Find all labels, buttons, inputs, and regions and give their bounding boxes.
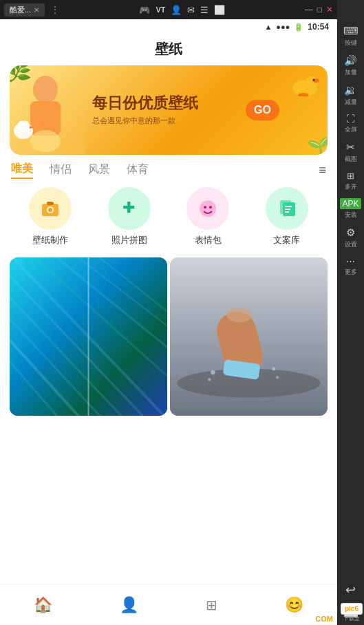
svg-rect-23 bbox=[285, 211, 289, 213]
svg-point-43 bbox=[272, 367, 275, 370]
banner-subtitle: 总会遇见你中意的那一款 bbox=[92, 116, 198, 126]
collage-icon: ✚ bbox=[118, 198, 140, 220]
photo-collage-label: 照片拼图 bbox=[111, 234, 147, 246]
quick-volume-up[interactable]: 🔊 加量 bbox=[339, 52, 363, 80]
fullscreen-icon: ⛶ bbox=[346, 114, 355, 124]
watermark-main: pic6 bbox=[345, 605, 358, 613]
tab-情侣[interactable]: 情侣 bbox=[50, 162, 72, 178]
more-tabs-icon[interactable]: ⋮ bbox=[50, 4, 60, 15]
tab-唯美[interactable]: 唯美 bbox=[11, 162, 33, 179]
svg-point-44 bbox=[276, 376, 279, 379]
quick-keyboard[interactable]: ⌨ 按键 bbox=[339, 22, 363, 50]
os-bar-icons: 🎮 VT 👤 ✉ ☰ ⬜ bbox=[139, 5, 225, 15]
tool-emoji-pack[interactable]: 表情包 bbox=[186, 187, 229, 246]
vt-icon[interactable]: VT bbox=[156, 6, 165, 14]
tab-close-icon[interactable]: ✕ bbox=[34, 6, 39, 14]
keyboard-label: 按键 bbox=[345, 39, 357, 47]
more-label: 更多 bbox=[345, 268, 357, 277]
volume-up-label: 加量 bbox=[345, 68, 357, 77]
svg-point-14 bbox=[48, 208, 52, 212]
volume-down-label: 减量 bbox=[345, 98, 357, 107]
tool-photo-collage[interactable]: ✚ 照片拼图 bbox=[108, 187, 151, 246]
emoji-icon bbox=[197, 198, 219, 220]
page-title: 壁纸 bbox=[155, 41, 182, 56]
user-icon[interactable]: 👤 bbox=[171, 5, 182, 15]
clock: 10:54 bbox=[308, 22, 329, 32]
install-icon: APK bbox=[340, 198, 361, 209]
tool-wallpaper-make[interactable]: 壁纸制作 bbox=[29, 187, 72, 246]
svg-point-7 bbox=[305, 76, 319, 89]
quick-more[interactable]: ⋯ 更多 bbox=[339, 253, 363, 279]
back-button[interactable]: ↩ bbox=[345, 582, 356, 597]
svg-point-17 bbox=[204, 206, 206, 209]
com-label: COM bbox=[313, 614, 335, 624]
svg-point-9 bbox=[313, 79, 315, 81]
quick-screenshot[interactable]: ✂ 截图 bbox=[339, 138, 363, 167]
gamepad-icon[interactable]: 🎮 bbox=[139, 5, 150, 15]
fullscreen-label: 全屏 bbox=[345, 125, 357, 134]
os-tab[interactable]: 酷爱... ✕ bbox=[4, 3, 45, 17]
settings-label: 设置 bbox=[345, 240, 357, 249]
banner-go-button[interactable]: GO bbox=[246, 100, 279, 120]
photo-feather[interactable] bbox=[10, 257, 167, 416]
svg-text:✚: ✚ bbox=[122, 199, 135, 216]
menu-icon[interactable]: ☰ bbox=[200, 5, 208, 15]
quick-settings[interactable]: ⚙ 设置 bbox=[339, 224, 363, 252]
emoji-nav-icon: 😊 bbox=[285, 596, 303, 614]
signal-icon: ●●● bbox=[276, 23, 290, 31]
svg-point-42 bbox=[208, 378, 211, 381]
copywriting-icon bbox=[266, 187, 308, 230]
quick-install[interactable]: APK 安装 bbox=[339, 195, 363, 222]
quick-multiwindow[interactable]: ⊞ 多开 bbox=[339, 168, 363, 194]
watermark-sub: 下载盒 bbox=[341, 615, 363, 622]
nav-apps[interactable]: ⊞ bbox=[206, 597, 217, 613]
svg-point-18 bbox=[209, 206, 212, 209]
leaf-right-icon: 🌱 bbox=[307, 136, 328, 155]
os-bar-left: 酷爱... ✕ ⋮ bbox=[4, 3, 60, 17]
category-more-icon[interactable]: ≡ bbox=[319, 163, 326, 178]
wifi-icon: ▲ bbox=[264, 23, 272, 31]
minimize-button[interactable]: — bbox=[305, 5, 313, 14]
emoji-pack-icon bbox=[186, 187, 229, 230]
chalk-image bbox=[170, 257, 328, 416]
home-icon: 🏠 bbox=[34, 596, 52, 614]
wallpaper-make-icon bbox=[29, 187, 72, 230]
close-button[interactable]: ✕ bbox=[326, 5, 333, 14]
tab-体育[interactable]: 体育 bbox=[127, 162, 149, 178]
svg-rect-21 bbox=[285, 206, 292, 207]
svg-rect-13 bbox=[47, 202, 54, 205]
quick-fullscreen[interactable]: ⛶ 全屏 bbox=[339, 111, 363, 137]
banner[interactable]: 🌿 🌱 每日份优质壁纸 总会遇见你中意的那一款 GO bbox=[10, 65, 328, 155]
mail-icon[interactable]: ✉ bbox=[187, 5, 195, 15]
watermark-box: pic6 bbox=[341, 603, 363, 615]
nav-home[interactable]: 🏠 bbox=[34, 596, 52, 614]
quick-volume-down[interactable]: 🔉 减量 bbox=[339, 81, 363, 109]
feather-svg bbox=[10, 257, 167, 416]
more-icon: ⋯ bbox=[346, 256, 355, 266]
nav-profile[interactable]: 👤 bbox=[120, 596, 138, 614]
tool-copywriting[interactable]: 文案库 bbox=[266, 187, 308, 246]
photo-grid bbox=[0, 257, 337, 584]
photo-chalk[interactable] bbox=[170, 257, 328, 416]
nav-emoji[interactable]: 😊 bbox=[285, 596, 303, 614]
app-header: 壁纸 bbox=[0, 34, 337, 63]
tools-grid: 壁纸制作 ✚ 照片拼图 表情包 bbox=[0, 187, 337, 246]
maximize-button[interactable]: □ bbox=[317, 5, 322, 14]
svg-point-2 bbox=[30, 130, 61, 152]
scissors-icon: ✂ bbox=[346, 141, 355, 153]
banner-content: 每日份优质壁纸 总会遇见你中意的那一款 bbox=[10, 94, 198, 125]
tab-风景[interactable]: 风景 bbox=[88, 162, 110, 178]
window-icon[interactable]: ⬜ bbox=[214, 5, 225, 15]
os-titlebar: 酷爱... ✕ ⋮ 🎮 VT 👤 ✉ ☰ ⬜ — □ ✕ bbox=[0, 0, 337, 19]
apps-icon: ⊞ bbox=[206, 597, 217, 613]
category-tabs: 唯美 情侣 风景 体育 ≡ bbox=[0, 162, 337, 179]
app-tab-label: 酷爱... bbox=[10, 5, 31, 15]
wallpaper-make-label: 壁纸制作 bbox=[32, 234, 68, 246]
duck-icon bbox=[290, 69, 321, 99]
bottom-nav: 🏠 👤 ⊞ 😊 bbox=[0, 584, 337, 625]
screenshot-label: 截图 bbox=[345, 155, 357, 164]
settings-icon: ⚙ bbox=[346, 226, 355, 239]
svg-point-39 bbox=[226, 308, 252, 322]
watermark: pic6 下载盒 bbox=[341, 603, 363, 622]
volume-up-icon: 🔊 bbox=[344, 54, 357, 67]
